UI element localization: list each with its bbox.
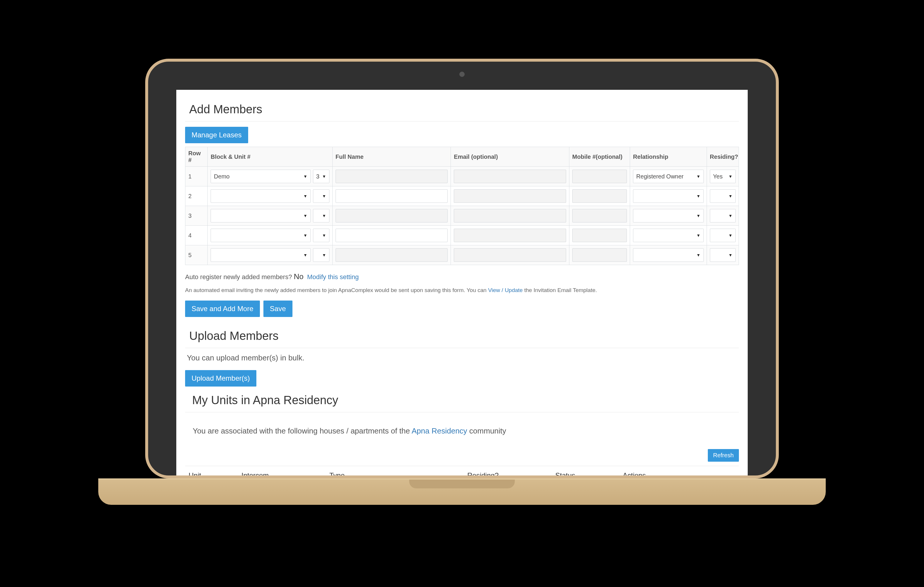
col-mobile-header: Mobile #(optional) [569, 147, 630, 167]
unit-select[interactable]: ▼ [313, 209, 329, 222]
relationship-select[interactable]: ▼ [633, 209, 704, 222]
unit-select[interactable]: ▼ [313, 229, 329, 242]
col-residing2-header: Residing? [464, 466, 552, 476]
mobile-input[interactable] [572, 248, 627, 262]
my-units-title: My Units in Apna Residency [185, 388, 739, 412]
chevron-down-icon: ▼ [728, 253, 733, 257]
invitation-note: An automated email inviting the newly ad… [185, 287, 739, 293]
chevron-down-icon: ▼ [322, 174, 326, 179]
laptop-lid: Add Members Manage Leases Row # Block & … [145, 59, 779, 478]
row-number: 4 [185, 226, 208, 245]
app-root: Add Members Manage Leases Row # Block & … [176, 90, 748, 475]
full-name-input[interactable] [336, 248, 448, 262]
email-input[interactable] [454, 189, 566, 203]
chevron-down-icon: ▼ [728, 174, 733, 179]
chevron-down-icon: ▼ [322, 233, 326, 238]
mobile-input[interactable] [572, 209, 627, 222]
email-input[interactable] [454, 209, 566, 222]
relationship-select[interactable]: ▼ [633, 248, 704, 262]
row-number: 1 [185, 167, 208, 186]
chevron-down-icon: ▼ [303, 174, 307, 179]
manage-leases-button[interactable]: Manage Leases [185, 127, 248, 143]
units-header-row: Unit Intercom Type Residing? Status Acti… [185, 466, 739, 476]
modify-setting-link[interactable]: Modify this setting [307, 273, 359, 281]
col-status-header: Status [552, 466, 619, 476]
chevron-down-icon: ▼ [696, 213, 700, 218]
col-row-header: Row # [185, 147, 208, 167]
row-number: 2 [185, 186, 208, 206]
col-block-unit-header: Block & Unit # [208, 147, 332, 167]
member-row: 5 ▼ ▼ ▼ ▼ [185, 245, 739, 265]
full-name-input[interactable] [336, 209, 448, 222]
col-unit-header: Unit [185, 466, 238, 476]
mobile-input[interactable] [572, 189, 627, 203]
community-link[interactable]: Apna Residency [412, 427, 467, 435]
email-input[interactable] [454, 170, 566, 183]
chevron-down-icon: ▼ [696, 194, 700, 198]
chevron-down-icon: ▼ [728, 213, 733, 218]
member-row: 1 Demo▼ 3▼ Registered Owner▼ Yes▼ [185, 167, 739, 186]
full-name-input[interactable] [336, 229, 448, 242]
chevron-down-icon: ▼ [303, 233, 307, 238]
laptop-shadow [98, 508, 826, 526]
unit-select[interactable]: ▼ [313, 189, 329, 203]
col-actions-header: Actions [619, 466, 739, 476]
auto-register-note: Auto register newly added members? No Mo… [185, 272, 739, 281]
col-relationship-header: Relationship [630, 147, 707, 167]
block-select[interactable]: ▼ [211, 248, 310, 262]
screen-viewport: Add Members Manage Leases Row # Block & … [176, 90, 748, 475]
residing-select[interactable]: ▼ [710, 209, 736, 222]
residing-select[interactable]: ▼ [710, 248, 736, 262]
email-input[interactable] [454, 248, 566, 262]
mobile-input[interactable] [572, 229, 627, 242]
add-members-title: Add Members [185, 98, 739, 122]
block-select[interactable]: ▼ [211, 229, 310, 242]
save-add-more-button[interactable]: Save and Add More [185, 301, 260, 317]
unit-select[interactable]: 3▼ [313, 170, 329, 183]
my-units-intro-prefix: You are associated with the following ho… [193, 427, 412, 435]
member-row: 2 ▼ ▼ ▼ ▼ [185, 186, 739, 206]
residing-select[interactable]: Yes▼ [710, 170, 736, 183]
units-table: Unit Intercom Type Residing? Status Acti… [185, 466, 739, 475]
invitation-suffix: the Invitation Email Template. [524, 287, 597, 293]
laptop-mockup: Add Members Manage Leases Row # Block & … [145, 59, 779, 526]
invitation-prefix: An automated email inviting the newly ad… [185, 287, 488, 293]
camera-dot [459, 72, 465, 77]
email-input[interactable] [454, 229, 566, 242]
chevron-down-icon: ▼ [322, 213, 326, 218]
col-residing-header: Residing? [707, 147, 739, 167]
upload-members-button[interactable]: Upload Member(s) [185, 370, 256, 387]
chevron-down-icon: ▼ [303, 213, 307, 218]
residing-select[interactable]: ▼ [710, 189, 736, 203]
col-email-header: Email (optional) [451, 147, 569, 167]
full-name-input[interactable] [336, 170, 448, 183]
my-units-intro: You are associated with the following ho… [185, 418, 739, 447]
chevron-down-icon: ▼ [696, 253, 700, 257]
members-table: Row # Block & Unit # Full Name Email (op… [185, 147, 739, 265]
col-intercom-header: Intercom [238, 466, 326, 476]
mobile-input[interactable] [572, 170, 627, 183]
relationship-select[interactable]: ▼ [633, 189, 704, 203]
chevron-down-icon: ▼ [728, 233, 733, 238]
block-select[interactable]: ▼ [211, 189, 310, 203]
chevron-down-icon: ▼ [322, 194, 326, 198]
laptop-base [98, 478, 826, 505]
chevron-down-icon: ▼ [728, 194, 733, 198]
full-name-input[interactable] [336, 189, 448, 203]
members-header-row: Row # Block & Unit # Full Name Email (op… [185, 147, 739, 167]
auto-register-answer: No [294, 272, 304, 281]
relationship-select[interactable]: Registered Owner▼ [633, 170, 704, 183]
block-select[interactable]: Demo▼ [211, 170, 310, 183]
relationship-select[interactable]: ▼ [633, 229, 704, 242]
block-select[interactable]: ▼ [211, 209, 310, 222]
col-full-name-header: Full Name [332, 147, 451, 167]
laptop-notch [409, 480, 515, 488]
row-number: 3 [185, 206, 208, 226]
view-update-link[interactable]: View / Update [488, 287, 523, 293]
unit-select[interactable]: ▼ [313, 248, 329, 262]
chevron-down-icon: ▼ [322, 253, 326, 257]
save-button[interactable]: Save [263, 301, 292, 317]
residing-select[interactable]: ▼ [710, 229, 736, 242]
auto-register-prefix: Auto register newly added members? [185, 273, 294, 281]
refresh-button[interactable]: Refresh [708, 449, 739, 462]
